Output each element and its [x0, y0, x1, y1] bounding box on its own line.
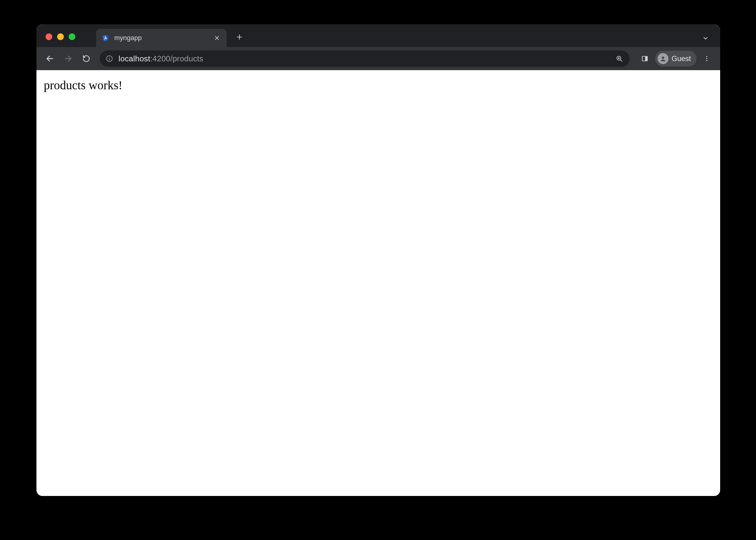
- window-minimize-button[interactable]: [57, 33, 64, 40]
- side-panel-button[interactable]: [637, 51, 653, 67]
- svg-line-12: [620, 60, 622, 62]
- page-viewport[interactable]: products works!: [37, 70, 720, 496]
- url-host: localhost: [118, 54, 150, 63]
- new-tab-button[interactable]: [232, 30, 247, 44]
- page-text: products works!: [44, 78, 713, 92]
- zoom-icon[interactable]: [614, 53, 625, 64]
- back-button[interactable]: [42, 51, 58, 67]
- profile-button[interactable]: Guest: [655, 51, 696, 67]
- tab-close-button[interactable]: [213, 34, 221, 42]
- url-path: :4200/products: [150, 54, 203, 63]
- svg-rect-16: [645, 57, 648, 61]
- reload-button[interactable]: [78, 51, 94, 67]
- tab-strip: myngapp: [37, 24, 720, 47]
- svg-point-19: [706, 56, 707, 58]
- toolbar-right: Guest: [637, 51, 715, 67]
- window-maximize-button[interactable]: [69, 33, 76, 40]
- menu-button[interactable]: [699, 51, 715, 67]
- browser-window: myngapp localhos: [37, 24, 720, 496]
- avatar-icon: [658, 53, 669, 64]
- tabs: myngapp: [96, 29, 247, 47]
- tab-active[interactable]: myngapp: [96, 29, 227, 47]
- svg-point-21: [706, 60, 707, 62]
- tab-search-button[interactable]: [698, 31, 713, 46]
- window-controls: [46, 33, 76, 40]
- url-text: localhost:4200/products: [118, 54, 610, 64]
- forward-button[interactable]: [60, 51, 76, 67]
- profile-label: Guest: [672, 54, 691, 63]
- window-close-button[interactable]: [46, 33, 52, 40]
- toolbar: localhost:4200/products Guest: [37, 47, 720, 70]
- svg-point-10: [109, 57, 110, 58]
- address-bar[interactable]: localhost:4200/products: [100, 51, 630, 67]
- angular-favicon-icon: [101, 34, 110, 42]
- svg-point-18: [662, 57, 664, 59]
- tab-title: myngapp: [114, 34, 209, 42]
- svg-point-20: [706, 58, 707, 59]
- site-info-icon[interactable]: [104, 54, 114, 64]
- page-body: products works!: [37, 70, 720, 100]
